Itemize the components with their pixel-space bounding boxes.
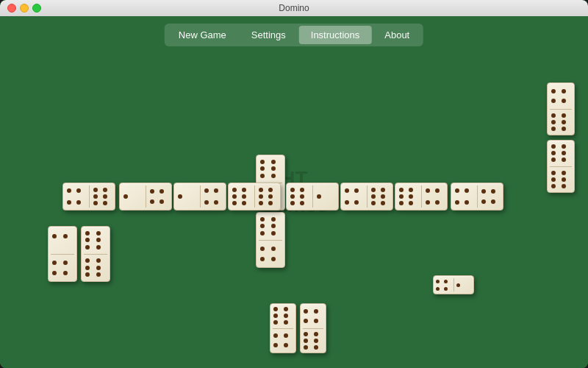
domino-tile [395,183,448,210]
domino-bottom-right [300,303,326,353]
new-game-button[interactable]: New Game [167,26,238,44]
instructions-button[interactable]: Instructions [299,26,371,44]
domino-tile [173,183,226,210]
window-title: Domino [279,3,309,13]
domino-tile [547,82,575,135]
domino-tile [451,183,503,210]
domino-tile [81,226,110,282]
game-area: New Game Settings Instructions About HT … [0,16,588,368]
domino-tile [228,183,281,210]
domino-center-v2 [256,212,285,268]
domino-tile [119,183,172,210]
minimize-button[interactable] [20,4,29,13]
domino-tile-isolated [433,275,474,294]
traffic-lights [7,4,41,13]
title-bar: Domino [0,0,588,16]
about-button[interactable]: About [373,26,421,44]
maximize-button[interactable] [32,4,41,13]
close-button[interactable] [7,4,16,13]
domino-bottom-left [270,303,296,353]
domino-tile [48,226,77,282]
menu-bar: New Game Settings Instructions About [165,24,423,46]
settings-button[interactable]: Settings [240,26,298,44]
domino-tile [547,140,575,193]
domino-tile [340,183,393,210]
domino-tile [286,183,339,210]
app-window: Domino New Game Settings Instructions Ab… [0,0,588,368]
domino-tile [62,183,115,210]
